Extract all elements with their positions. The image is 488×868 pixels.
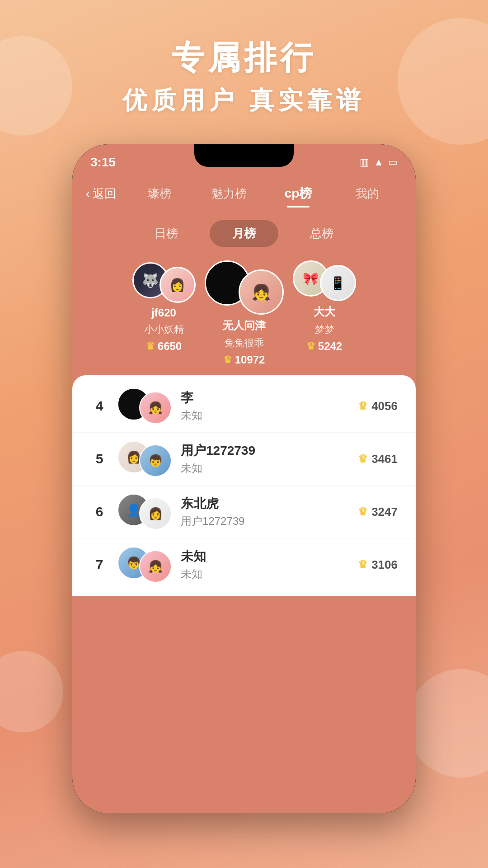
crown-6: ♛	[358, 505, 368, 518]
list-5-score-val: 3461	[371, 452, 398, 466]
list-item-7[interactable]: 7 👦 👧 未知 未知 ♛ 3106	[72, 538, 416, 591]
list-7-name2: 未知	[181, 567, 349, 581]
podium-item-3[interactable]: 🎀 📱 大大 梦梦 ♛ 5242	[293, 260, 356, 353]
rank-7-num: 7	[90, 557, 108, 572]
podium-2-avatar-right: 👩	[160, 267, 196, 303]
list-7-avatar-right: 👧	[139, 550, 172, 583]
notch	[194, 144, 294, 167]
podium-1-name2: 兔兔很乖	[224, 336, 264, 350]
podium-3-score: ♛ 5242	[306, 340, 342, 353]
list-item-5[interactable]: 5 👩 👦 用户1272739 未知 ♛ 3461	[72, 433, 416, 486]
list-6-name2: 用户1272739	[181, 514, 349, 528]
bg-decoration-1	[0, 36, 72, 136]
podium-3-avatars: 🎀 📱	[293, 260, 356, 301]
period-tab-all[interactable]: 总榜	[287, 220, 356, 247]
podium-3-score-value: 5242	[318, 340, 342, 353]
podium-2-name1: jf620	[151, 307, 176, 319]
list-4-name1: 李	[181, 389, 349, 406]
period-tab-daily[interactable]: 日榜	[132, 220, 201, 247]
back-arrow-icon: ‹	[86, 187, 90, 201]
list-6-avatar-right: 👩	[139, 497, 172, 530]
crown-4: ♛	[358, 400, 368, 412]
crown-7: ♛	[358, 558, 368, 571]
status-time: 3:15	[90, 155, 116, 170]
bg-decoration-4	[407, 669, 488, 778]
rank-5-num: 5	[90, 451, 108, 467]
list-5-name2: 未知	[181, 461, 349, 476]
list-7-names: 未知 未知	[181, 548, 349, 581]
list-4-name2: 未知	[181, 408, 349, 423]
list-6-score-val: 3247	[371, 505, 398, 519]
phone-inner: 3:15 ▥ ▲ ▭ ‹ 返回 壕榜 魅力榜 cp榜 我的	[72, 144, 416, 813]
podium-3-name2: 梦梦	[314, 323, 334, 336]
rank-4-num: 4	[90, 398, 108, 414]
podium-1-avatar-right: 👧	[239, 269, 284, 315]
tab-meili-bang[interactable]: 魅力榜	[194, 181, 263, 206]
list-5-score: ♛ 3461	[358, 452, 398, 466]
podium-2-score: ♛ 6650	[146, 340, 182, 353]
bg-decoration-2	[398, 18, 488, 145]
list-6-score: ♛ 3247	[358, 505, 398, 519]
list-4-avatars: 👧	[117, 388, 172, 424]
back-label: 返回	[93, 186, 116, 202]
podium-2-name2: 小小妖精	[144, 323, 184, 336]
list-5-avatar-right: 👦	[139, 444, 172, 477]
status-icons: ▥ ▲ ▭	[360, 156, 398, 168]
list-5-avatars: 👩 👦	[117, 441, 172, 477]
crown-5: ♛	[358, 453, 368, 465]
period-tab-monthly[interactable]: 月榜	[210, 220, 278, 247]
podium-1-score: ♛ 10972	[223, 354, 265, 366]
rank-6-num: 6	[90, 504, 108, 519]
list-7-avatars: 👦 👧	[117, 547, 172, 583]
podium-1-score-value: 10972	[235, 354, 265, 366]
tab-mine[interactable]: 我的	[333, 181, 402, 206]
podium-1-avatars: 👧	[205, 260, 284, 315]
list-4-names: 李 未知	[181, 389, 349, 423]
nav-tabs: ‹ 返回 壕榜 魅力榜 cp榜 我的	[72, 176, 416, 211]
list-7-name1: 未知	[181, 548, 349, 565]
list-item-6[interactable]: 6 👤 👩 东北虎 用户1272739 ♛ 3247	[72, 486, 416, 538]
battery-icon: ▭	[388, 156, 398, 168]
phone-frame: 3:15 ▥ ▲ ▭ ‹ 返回 壕榜 魅力榜 cp榜 我的	[72, 144, 416, 813]
list-6-avatars: 👤 👩	[117, 494, 172, 530]
tab-hao-bang[interactable]: 壕榜	[125, 181, 194, 206]
period-tabs: 日榜 月榜 总榜	[72, 220, 416, 247]
list-5-names: 用户1272739 未知	[181, 442, 349, 476]
list-7-score-val: 3106	[371, 558, 398, 572]
podium-3-name1: 大大	[314, 305, 335, 319]
list-item-4[interactable]: 4 👧 李 未知 ♛ 4056	[72, 380, 416, 433]
podium: 🐺 👩 jf620 小小妖精 ♛ 6650	[72, 256, 416, 375]
crown-icon-2: ♛	[146, 340, 155, 352]
podium-2-avatars: 🐺 👩	[132, 262, 196, 303]
list-4-score: ♛ 4056	[358, 399, 398, 413]
list-6-names: 东北虎 用户1272739	[181, 495, 349, 528]
podium-2-score-value: 6650	[158, 340, 182, 353]
page-title-area: 专属排行 优质用户 真实靠谱	[122, 36, 365, 117]
page-title-main: 专属排行	[122, 36, 365, 80]
list-6-name1: 东北虎	[181, 495, 349, 512]
list-4-score-val: 4056	[371, 399, 398, 413]
crown-icon-3: ♛	[306, 340, 315, 352]
page-title-sub: 优质用户 真实靠谱	[122, 84, 365, 117]
bg-decoration-3	[0, 651, 63, 732]
podium-item-2[interactable]: 🐺 👩 jf620 小小妖精 ♛ 6650	[132, 262, 196, 353]
nav-back-button[interactable]: ‹ 返回	[86, 186, 116, 202]
vibrate-icon: ▥	[360, 156, 369, 168]
podium-item-1[interactable]: 👧 无人问津 兔兔很乖 ♛ 10972	[205, 260, 284, 366]
podium-1-name1: 无人问津	[222, 318, 266, 333]
list-4-avatar-right: 👧	[139, 392, 172, 424]
list-7-score: ♛ 3106	[358, 558, 398, 572]
crown-icon-1: ♛	[223, 354, 232, 366]
ranking-list: 4 👧 李 未知 ♛ 4056	[72, 375, 416, 596]
wifi-icon: ▲	[374, 156, 384, 168]
tab-cp-bang[interactable]: cp榜	[263, 180, 333, 207]
list-5-name1: 用户1272739	[181, 442, 349, 459]
podium-3-avatar-right: 📱	[320, 265, 356, 301]
